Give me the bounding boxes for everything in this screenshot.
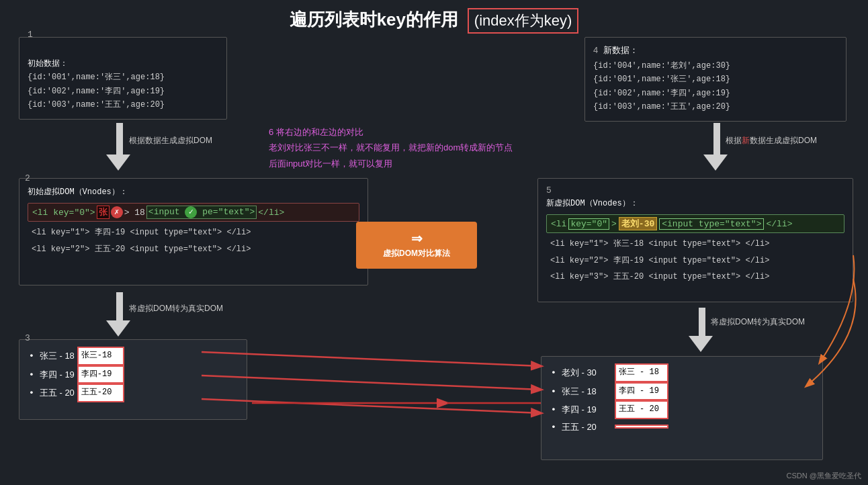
arrow-down-5-head: [689, 336, 713, 352]
section6-item3: • 李四 - 19 王五 - 20: [551, 400, 813, 419]
explanation-area: 6 将右边的和左边的对比 老刘对比张三不一样，就不能复用，就把新的dom转成新的…: [269, 124, 537, 171]
section3-item2: • 李四 - 19 李四-19: [29, 365, 237, 384]
section1-line1: {id:'001',name:'张三',age:18}: [28, 71, 218, 84]
section4-line2: {id:'001',name:'张三',age:18}: [593, 73, 838, 86]
arrow-down-1-head: [106, 155, 130, 171]
section6-box: • 老刘 - 30 张三 - 18 • 张三 - 18 李四 - 19 • 李四…: [541, 356, 823, 460]
section6-input1[interactable]: 张三 - 18: [615, 363, 668, 382]
section6-input4[interactable]: [615, 425, 668, 429]
section5-row2: <li key="1"> 张三-18 <input type="text"> <…: [546, 236, 844, 252]
section3-input1[interactable]: 张三-18: [77, 347, 124, 365]
watermark: CSDN @黑鱼爱吃圣代: [787, 471, 861, 481]
arrow4-label: 将虚拟DOM转为真实DOM: [711, 316, 805, 328]
section6-item2: • 张三 - 18 李四 - 19: [551, 382, 813, 401]
section3-item1: • 张三 - 18 张三-18: [29, 347, 237, 365]
section6-input3[interactable]: 王五 - 20: [615, 400, 668, 419]
section2-label: 初始虚拟DOM（Vnodes）：: [28, 187, 128, 197]
section4-line3: {id:'002',name:'李四',age:19}: [593, 87, 838, 100]
arrow-down-2-shaft: [116, 292, 123, 322]
section1-num: 1: [28, 30, 218, 40]
arrow-down-4-shaft: [713, 123, 720, 157]
section5-box: 5 新虚拟DOM（Vnodes）： <li key="0" > 老刘-30 <i…: [537, 178, 853, 302]
explanation-line2: 老刘对比张三不一样，就不能复用，就把新的dom转成新的节点: [269, 140, 537, 155]
section4-num-label: 4 新数据：: [593, 44, 838, 56]
page-title: 遍历列表时key的作用: [290, 9, 458, 30]
check-mark: ✓: [185, 206, 197, 218]
section3-box: 3 • 张三 - 18 张三-18 • 李四 - 19 李四-19 • 王五 -…: [19, 339, 247, 420]
section4-line4: {id:'003',name:'王五',age:20}: [593, 100, 838, 114]
arrow-down-2-head: [106, 320, 130, 337]
section5-row3: <li key="2"> 李四-19 <input type="text"> <…: [546, 253, 844, 269]
section4-box: 4 新数据： {id:'004',name:'老刘',age:30} {id:'…: [584, 37, 847, 122]
arrow1-label: 根据数据生成虚拟DOM: [129, 134, 212, 147]
section5-row1: <li key="0" > 老刘-30 <input type="text"> …: [546, 214, 844, 233]
section2-num: 2: [25, 173, 30, 183]
arrow3-label: 将虚拟DOM转为真实DOM: [129, 302, 223, 315]
section2-row2: <li key="1"> 李四-19 <input type="text"> <…: [28, 224, 359, 240]
compare-label: 虚拟DOM对比算法: [383, 248, 450, 259]
section4-line1: {id:'004',name:'老刘',age:30}: [593, 59, 838, 73]
arrow-down-1-shaft: [116, 123, 123, 157]
svg-line-0: [202, 352, 541, 366]
section5-num: 5: [546, 185, 552, 195]
section3-input3[interactable]: 王五-20: [77, 384, 124, 402]
section6-item4: • 王五 - 20: [551, 419, 813, 435]
section3-input2[interactable]: 李四-19: [77, 365, 124, 384]
title-highlight: (index作为key): [468, 8, 578, 34]
section2-box: 2 初始虚拟DOM（Vnodes）： <li key="0"> 张 ✗ > 18…: [19, 178, 368, 285]
page-container: 遍历列表时key的作用 (index作为key) 1 初始数据： {id:'00…: [0, 0, 868, 485]
section2-row3: <li key="2"> 王五-20 <input type="text"> <…: [28, 241, 359, 257]
section2-row1: <li key="0"> 张 ✗ > 18 <input ✓ pe="text"…: [28, 203, 359, 222]
section3-num: 3: [25, 333, 30, 343]
explanation-line3: 后面input对比一样，就可以复用: [269, 156, 537, 171]
explanation-line1: 6 将右边的和左边的对比: [269, 124, 537, 140]
section5-row4: <li key="3"> 王五-20 <input type="text"> <…: [546, 269, 844, 285]
section1-label: 初始数据：: [28, 57, 218, 71]
arrow2-label: 根据新数据生成虚拟DOM: [726, 134, 817, 147]
section5-label: 新虚拟DOM（Vnodes）：: [546, 199, 638, 208]
svg-line-2: [202, 399, 541, 413]
section6-item1: • 老刘 - 30 张三 - 18: [551, 363, 813, 382]
svg-line-1: [202, 376, 541, 390]
section1-box: 1 初始数据： {id:'001',name:'张三',age:18} {id:…: [19, 37, 227, 120]
section1-line3: {id:'003',name:'王五',age:20}: [28, 98, 218, 112]
arrow-down-5-shaft: [699, 308, 705, 338]
section3-item3: • 王五 - 20 王五-20: [29, 384, 237, 402]
section1-line2: {id:'002',name:'李四',age:19}: [28, 85, 218, 98]
section6-input2[interactable]: 李四 - 19: [615, 382, 668, 401]
arrow-down-4-head: [703, 155, 728, 171]
vdom-compare-box: ⇒ 虚拟DOM对比算法: [356, 222, 477, 269]
cross-mark: ✗: [111, 206, 123, 218]
